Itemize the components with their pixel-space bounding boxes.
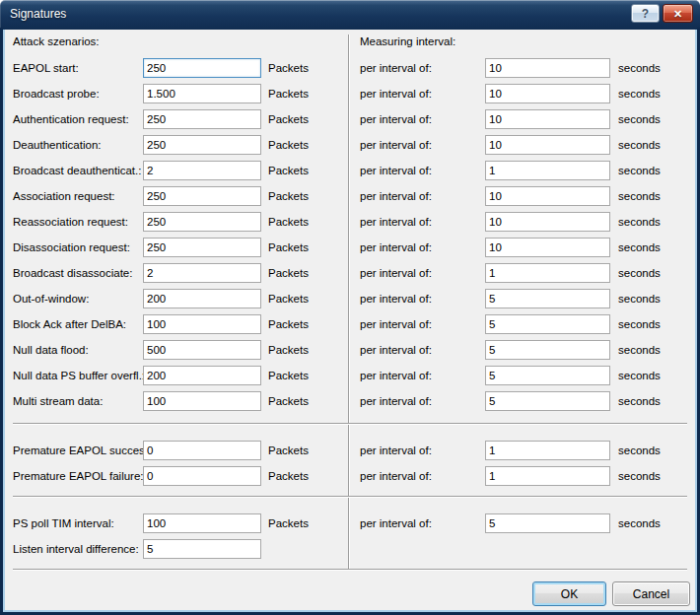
right-row-label: per interval of:	[360, 58, 432, 78]
right-row-label: per interval of:	[360, 161, 432, 180]
right-unit-label: seconds	[618, 314, 661, 334]
right-value-input[interactable]	[485, 314, 610, 334]
left-value-input[interactable]	[143, 238, 261, 257]
right-row-label: per interval of:	[360, 109, 432, 129]
left-row-label: Broadcast deauthenticat.:	[13, 161, 141, 180]
right-row-label: per interval of:	[360, 263, 432, 283]
column-divider	[348, 34, 350, 569]
left-row-label: Broadcast probe:	[13, 84, 100, 103]
right-row-label: per interval of:	[360, 186, 432, 206]
left-unit-label: Packets	[268, 466, 309, 486]
right-unit-label: seconds	[618, 441, 661, 460]
left-value-input[interactable]	[143, 466, 261, 486]
group-separator-2	[13, 496, 687, 498]
left-value-input[interactable]	[143, 289, 261, 308]
left-value-input[interactable]	[143, 391, 261, 411]
left-unit-label: Packets	[268, 391, 309, 411]
right-row-label: per interval of:	[360, 289, 432, 308]
right-value-input[interactable]	[485, 340, 610, 360]
left-unit-label: Packets	[268, 161, 309, 180]
titlebar[interactable]: Signatures ? ✕	[0, 0, 700, 30]
right-unit-label: seconds	[618, 58, 661, 78]
left-unit-label: Packets	[268, 263, 309, 283]
right-unit-label: seconds	[618, 109, 661, 129]
right-value-input[interactable]	[485, 161, 610, 180]
left-row-label: Disassociation request:	[13, 238, 130, 257]
left-value-input[interactable]	[143, 441, 261, 460]
left-row-label: PS poll TIM interval:	[13, 513, 114, 533]
signatures-dialog: Attack szenarios: Measuring interval: OK…	[0, 0, 700, 615]
left-row-label: Out-of-window:	[13, 289, 89, 308]
left-row-label: Null data PS buffer overfl.:	[13, 366, 145, 385]
right-value-input[interactable]	[485, 135, 610, 155]
left-row-label: Authentication request:	[13, 109, 129, 129]
right-row-label: per interval of:	[360, 366, 432, 385]
left-unit-label: Packets	[268, 314, 309, 334]
right-row-label: per interval of:	[360, 314, 432, 334]
window-glass-bottom	[3, 610, 697, 612]
left-row-label: Block Ack after DelBA:	[13, 314, 126, 334]
right-value-input[interactable]	[485, 58, 610, 78]
left-value-input[interactable]	[143, 135, 261, 155]
left-unit-label: Packets	[268, 84, 309, 103]
left-unit-label: Packets	[268, 340, 309, 360]
help-icon: ?	[632, 5, 659, 23]
left-row-label: Association request:	[13, 186, 115, 206]
left-row-label: Premature EAPOL success:	[13, 441, 154, 460]
help-button[interactable]: ?	[631, 4, 660, 23]
left-value-input[interactable]	[143, 58, 261, 78]
right-value-input[interactable]	[485, 109, 610, 129]
window-title: Signatures	[10, 0, 66, 28]
left-unit-label: Packets	[268, 212, 309, 232]
right-value-input[interactable]	[485, 366, 610, 385]
right-unit-label: seconds	[618, 366, 661, 385]
ok-button[interactable]: OK	[532, 581, 606, 606]
right-value-input[interactable]	[485, 513, 610, 533]
right-unit-label: seconds	[618, 212, 661, 232]
right-value-input[interactable]	[485, 289, 610, 308]
cancel-button[interactable]: Cancel	[612, 581, 690, 606]
window-glass-left	[3, 30, 5, 612]
right-unit-label: seconds	[618, 466, 661, 486]
left-value-input[interactable]	[143, 109, 261, 129]
left-unit-label: Packets	[268, 135, 309, 155]
left-unit-label: Packets	[268, 366, 309, 385]
right-value-input[interactable]	[485, 466, 610, 486]
right-row-label: per interval of:	[360, 391, 432, 411]
left-row-label: Null data flood:	[13, 340, 89, 360]
dialog-body: Attack szenarios: Measuring interval: OK…	[0, 0, 700, 615]
left-value-input[interactable]	[143, 263, 261, 283]
group-separator-1	[13, 423, 687, 425]
right-value-input[interactable]	[485, 263, 610, 283]
close-icon: ✕	[664, 5, 692, 23]
right-value-input[interactable]	[485, 186, 610, 206]
left-value-input[interactable]	[143, 539, 261, 559]
right-row-label: per interval of:	[360, 513, 432, 533]
window-glass-right	[695, 30, 697, 612]
right-unit-label: seconds	[618, 238, 661, 257]
right-value-input[interactable]	[485, 84, 610, 103]
right-value-input[interactable]	[485, 238, 610, 257]
left-value-input[interactable]	[143, 340, 261, 360]
right-unit-label: seconds	[618, 340, 661, 360]
right-value-input[interactable]	[485, 441, 610, 460]
left-value-input[interactable]	[143, 186, 261, 206]
right-unit-label: seconds	[618, 263, 661, 283]
measuring-interval-header: Measuring interval:	[360, 35, 455, 47]
left-unit-label: Packets	[268, 186, 309, 206]
right-row-label: per interval of:	[360, 238, 432, 257]
left-value-input[interactable]	[143, 212, 261, 232]
left-value-input[interactable]	[143, 366, 261, 385]
left-value-input[interactable]	[143, 513, 261, 533]
left-row-label: Listen interval difference:	[13, 539, 139, 559]
left-value-input[interactable]	[143, 161, 261, 180]
left-value-input[interactable]	[143, 314, 261, 334]
left-row-label: Premature EAPOL failure:	[13, 466, 144, 486]
left-value-input[interactable]	[143, 84, 261, 103]
right-value-input[interactable]	[485, 212, 610, 232]
right-row-label: per interval of:	[360, 340, 432, 360]
left-unit-label: Packets	[268, 513, 309, 533]
close-button[interactable]: ✕	[663, 4, 693, 23]
right-value-input[interactable]	[485, 391, 610, 411]
right-unit-label: seconds	[618, 513, 661, 533]
